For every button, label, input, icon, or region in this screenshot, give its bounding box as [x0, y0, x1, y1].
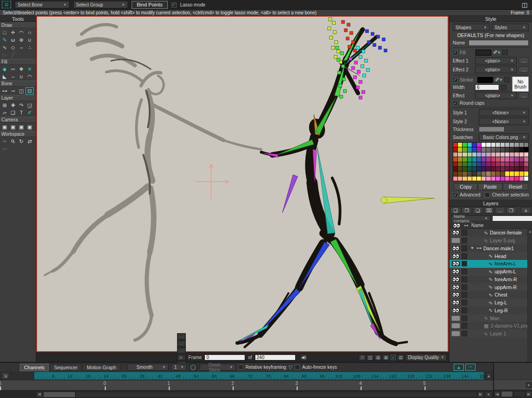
palette-swatch[interactable]	[491, 143, 495, 147]
orbit-view-tool[interactable]: ⇄	[25, 138, 34, 145]
palette-swatch[interactable]	[491, 147, 495, 152]
palette-swatch[interactable]	[510, 143, 514, 147]
stroke-effect-options-button[interactable]: ...	[519, 92, 529, 99]
tab-channels[interactable]: Channels	[20, 364, 49, 371]
copy-button[interactable]: Copy	[454, 183, 478, 190]
interval-dropdown[interactable]: 1▼	[171, 364, 187, 371]
select-group-dropdown[interactable]: Select Group▼	[73, 1, 128, 8]
palette-swatch[interactable]	[477, 167, 481, 171]
eyedropper-tool[interactable]: ✐	[25, 109, 34, 116]
add-point-tool[interactable]: ⊕	[17, 36, 25, 44]
scroll-left-icon[interactable]: ◀	[36, 392, 43, 398]
palette-swatch[interactable]	[472, 157, 476, 161]
single-view-button[interactable]: □	[359, 354, 366, 360]
roll-camera-tool[interactable]: ▣	[17, 123, 25, 131]
palette-swatch[interactable]	[462, 143, 467, 147]
layer-row-2-dansers[interactable]: ▦ 2-dansers-V1.png	[450, 322, 532, 330]
play-button[interactable]: ▷	[177, 354, 185, 361]
effect1-options-button[interactable]: ...	[519, 57, 529, 64]
palette-swatch[interactable]	[505, 171, 509, 176]
collapse-panel-button[interactable]: ∧	[521, 207, 531, 214]
isolate-tool[interactable]: ▭	[0, 145, 9, 152]
side-pane-scrollbar[interactable]: ◀ ▶	[494, 390, 532, 398]
layer-visibility-toggle[interactable]	[451, 246, 460, 251]
palette-swatch[interactable]	[453, 162, 457, 166]
layer-color-box[interactable]	[462, 292, 467, 297]
bind-points-tool[interactable]: ⊡	[25, 87, 34, 95]
palette-swatch[interactable]	[468, 171, 472, 176]
palette-swatch[interactable]	[519, 143, 524, 147]
curvature-tool[interactable]: ⌣	[17, 44, 25, 51]
layer-visibility-toggle[interactable]	[451, 284, 460, 290]
stroke-width-input[interactable]: 6	[475, 84, 499, 90]
palette-swatch[interactable]	[510, 147, 514, 152]
no-brush-button[interactable]: No Brush	[512, 76, 529, 92]
palette-swatch[interactable]	[514, 171, 519, 176]
layer-color-box[interactable]	[462, 230, 467, 235]
effect2-dropdown[interactable]: <plain>▼	[475, 66, 517, 73]
palette-swatch[interactable]	[486, 171, 490, 176]
palette-swatch[interactable]	[486, 157, 490, 161]
auto-freeze-checkbox[interactable]	[295, 365, 300, 370]
swatches-dropdown[interactable]: Basic Colors.png▼	[479, 133, 529, 141]
palette-swatch[interactable]	[496, 167, 500, 171]
palette-swatch[interactable]	[477, 177, 481, 181]
scroll-right-icon[interactable]: ▶	[477, 392, 484, 398]
layer-visibility-toggle[interactable]	[451, 253, 460, 259]
palette-swatch[interactable]	[453, 147, 457, 152]
layer-row-man[interactable]: ∿ Man	[450, 314, 532, 322]
layer-visibility-toggle[interactable]	[451, 323, 460, 329]
quad-view-button[interactable]: ⊞	[382, 354, 389, 360]
palette-swatch[interactable]	[462, 157, 467, 161]
layer-color-box[interactable]	[462, 246, 467, 251]
palette-swatch[interactable]	[477, 171, 481, 176]
layer-row-head[interactable]: ∿ Head	[450, 252, 532, 260]
scrollbar-thumb[interactable]	[501, 391, 513, 397]
stack-layer-tool[interactable]: ❏	[9, 109, 17, 116]
prev-keyframe-button[interactable]: |◁	[177, 340, 185, 347]
mute-button[interactable]: ◀⟫	[300, 354, 308, 361]
palette-swatch[interactable]	[496, 157, 500, 161]
palette-swatch[interactable]	[486, 147, 490, 152]
gradient-tool[interactable]: ◣	[0, 73, 9, 80]
scrollbar-thumb[interactable]	[43, 392, 76, 398]
rotate-layer-tool[interactable]: ↷	[17, 101, 25, 109]
palette-swatch[interactable]	[519, 162, 524, 166]
palette-swatch[interactable]	[514, 167, 519, 171]
palette-swatch[interactable]	[458, 167, 462, 171]
stroke-tool[interactable]: ∩	[25, 29, 34, 36]
palette-swatch[interactable]	[481, 162, 486, 166]
frame-ruler[interactable]: 6121824303642485460667278849096102108114…	[34, 372, 484, 380]
palette-swatch[interactable]	[468, 167, 472, 171]
layer-row-upparm-l[interactable]: ∿ uppArm-L	[450, 268, 532, 276]
translate-layer-tool[interactable]: ✚	[9, 101, 17, 109]
layer-color-box[interactable]	[462, 253, 467, 259]
palette-swatch[interactable]	[462, 152, 467, 157]
effect2-options-button[interactable]: ...	[519, 66, 529, 73]
palette-swatch[interactable]	[524, 143, 528, 147]
layer-row-forearm-r[interactable]: ∿ foreArm-R	[450, 276, 532, 284]
advanced-checkbox[interactable]	[453, 192, 458, 197]
pan-tool[interactable]: ☞	[0, 138, 9, 145]
palette-swatch[interactable]	[514, 147, 519, 152]
translate-bone-tool[interactable]: ⊸	[9, 87, 17, 95]
onion-skin-icon[interactable]: ◯	[189, 364, 197, 371]
palette-swatch[interactable]	[500, 171, 505, 176]
scatter-brush-tool[interactable]: ∴	[25, 44, 34, 51]
tab-sequencer[interactable]: Sequencer	[50, 364, 82, 371]
translate-points-tool[interactable]: ✛	[9, 29, 17, 36]
fill-extra-swatch[interactable]	[502, 50, 508, 55]
palette-swatch[interactable]	[477, 143, 481, 147]
layer-row-layer1[interactable]: ∿ Layer 1	[450, 330, 532, 338]
draw-shape-tool[interactable]: ∿	[0, 44, 9, 51]
styles-dropdown[interactable]: Styles▼	[492, 24, 529, 31]
style-name-input[interactable]	[469, 40, 529, 46]
palette-swatch[interactable]	[462, 147, 467, 152]
rotate-view-tool[interactable]: ↻	[17, 138, 25, 145]
text-tool[interactable]: T	[17, 109, 25, 116]
palette-swatch[interactable]	[510, 171, 514, 176]
shapes-dropdown[interactable]: Shapes▼	[453, 24, 490, 31]
palette-swatch[interactable]	[453, 171, 457, 176]
select-bone-tool[interactable]: ⊶	[0, 87, 9, 95]
track-camera-tool[interactable]: ▣	[0, 123, 9, 131]
